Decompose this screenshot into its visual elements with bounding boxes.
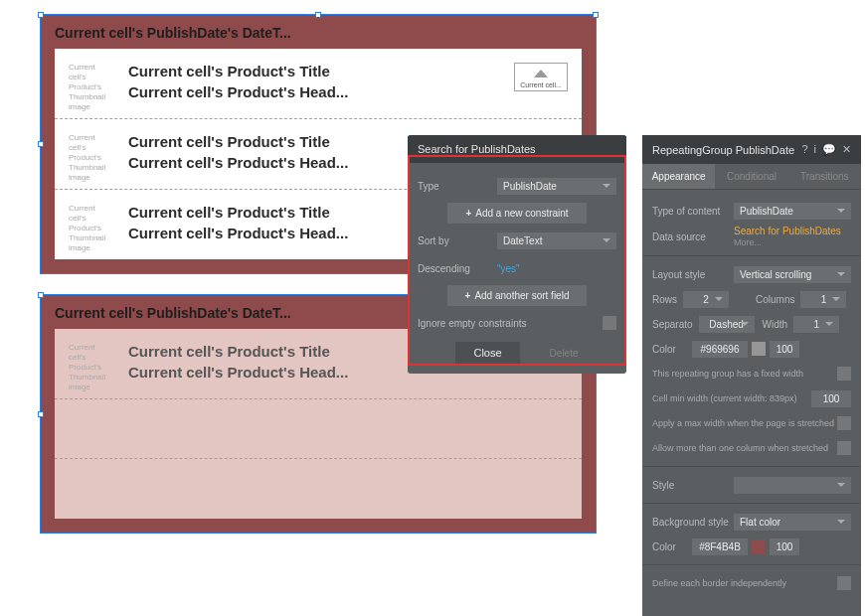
datasource-label: Data source <box>652 231 734 242</box>
morecol-checkbox[interactable] <box>837 441 851 455</box>
style-select[interactable] <box>734 477 851 494</box>
bgcolor-label: Color <box>652 541 692 552</box>
resize-handle[interactable] <box>593 12 599 18</box>
morecol-label: Allow more than one column when stretche… <box>652 443 837 453</box>
bgcolor-value-input[interactable]: #8F4B4B <box>692 539 748 555</box>
product-head: Current cell's Product's Head... <box>128 83 568 100</box>
search-panel[interactable]: Search for PublishDates Type PublishDate… <box>408 135 626 374</box>
color-opacity-input[interactable]: 100 <box>770 341 799 358</box>
maxwidth-checkbox[interactable] <box>837 416 851 430</box>
resize-handle[interactable] <box>38 141 44 147</box>
inspector-title: RepeatingGroup PublishDate <box>652 144 794 156</box>
repeating-cell[interactable] <box>55 399 582 459</box>
layout-select[interactable]: Vertical scrolling <box>734 266 851 283</box>
inspector-panel[interactable]: RepeatingGroup PublishDate ? i 💬 ✕ Appea… <box>642 135 861 616</box>
fixedwidth-label: This repeating group has a fixed width <box>652 369 837 379</box>
datasource-value[interactable]: Search for PublishDates <box>734 226 841 236</box>
type-label: Type <box>418 181 497 192</box>
style-label: Style <box>652 480 734 491</box>
delete-button[interactable]: Delete <box>550 348 579 359</box>
resize-handle[interactable] <box>38 12 44 18</box>
descending-value[interactable]: "yes" <box>497 263 616 274</box>
resize-handle[interactable] <box>38 411 44 417</box>
border-checkbox[interactable] <box>837 576 851 590</box>
add-sort-label: Add another sort field <box>474 290 569 301</box>
tab-appearance[interactable]: Appearance <box>642 164 715 189</box>
descending-label: Descending <box>418 263 497 274</box>
color-value-input[interactable]: #969696 <box>692 341 748 358</box>
info-icon[interactable]: i <box>814 143 816 156</box>
search-panel-title: Search for PublishDates <box>408 135 626 163</box>
cellmin-label: Cell min width (current width: 839px) <box>652 393 811 403</box>
tab-conditional[interactable]: Conditional <box>715 164 787 189</box>
rows-label: Rows <box>652 294 677 305</box>
color-label: Color <box>652 344 692 355</box>
maxwidth-label: Apply a max width when the page is stret… <box>652 418 837 428</box>
width-select[interactable]: 1 <box>793 316 839 333</box>
fixedwidth-checkbox[interactable] <box>837 367 851 381</box>
close-button[interactable]: Close <box>455 342 519 364</box>
sortby-label: Sort by <box>418 235 497 246</box>
columns-select[interactable]: 1 <box>800 291 846 308</box>
help-icon[interactable]: ? <box>801 143 807 156</box>
triangle-box[interactable]: Current cell... <box>514 63 568 91</box>
bgcolor-opacity-input[interactable]: 100 <box>770 539 799 555</box>
typeofcontent-label: Type of content <box>652 206 734 217</box>
separator-select[interactable]: Dashed <box>699 316 755 333</box>
inspector-tabs: Appearance Conditional Transitions <box>642 164 861 190</box>
resize-handle[interactable] <box>315 12 321 18</box>
comment-icon[interactable]: 💬 <box>822 143 836 156</box>
repeating-cell[interactable]: Current cell's Product's Thumbnail image… <box>55 49 582 119</box>
columns-label: Columns <box>756 294 794 305</box>
layout-label: Layout style <box>652 269 734 280</box>
repeating-cell[interactable] <box>55 459 582 519</box>
add-constraint-label: Add a new constraint <box>475 208 568 219</box>
thumbnail-placeholder: Current cell's Product's Thumbnail image <box>69 133 113 183</box>
close-icon[interactable]: ✕ <box>842 143 851 156</box>
tab-transitions[interactable]: Transitions <box>788 164 861 189</box>
ignore-empty-label: Ignore empty constraints <box>418 318 603 329</box>
separator-label: Separato <box>652 319 693 330</box>
bgcolor-swatch[interactable] <box>752 539 766 553</box>
type-select[interactable]: PublishDate <box>497 178 616 195</box>
datasource-more[interactable]: More... <box>734 237 762 247</box>
thumbnail-placeholder: Current cell's Product's Thumbnail image <box>69 343 113 392</box>
product-title: Current cell's Product's Title <box>128 63 568 79</box>
thumbnail-placeholder: Current cell's Product's Thumbnail image <box>69 63 113 112</box>
resize-handle[interactable] <box>38 292 44 298</box>
triangle-up-icon <box>534 70 548 77</box>
ignore-empty-checkbox[interactable] <box>603 316 616 330</box>
color-swatch[interactable] <box>752 342 766 356</box>
triangle-label: Current cell... <box>515 81 567 88</box>
add-sort-button[interactable]: +Add another sort field <box>447 285 587 306</box>
bgstyle-label: Background style <box>652 517 734 528</box>
sortby-select[interactable]: DateText <box>497 232 616 249</box>
group-header: Current cell's PublishDate's DateT... <box>41 15 596 49</box>
bgstyle-select[interactable]: Flat color <box>734 514 851 531</box>
rows-select[interactable]: 2 <box>683 291 729 308</box>
typeofcontent-select[interactable]: PublishDate <box>734 203 851 220</box>
cellmin-input[interactable]: 100 <box>811 390 851 407</box>
thumbnail-placeholder: Current cell's Product's Thumbnail image <box>69 204 113 253</box>
add-constraint-button[interactable]: +Add a new constraint <box>447 203 587 224</box>
border-label: Define each border independently <box>652 578 837 588</box>
width-label: Width <box>763 319 788 330</box>
